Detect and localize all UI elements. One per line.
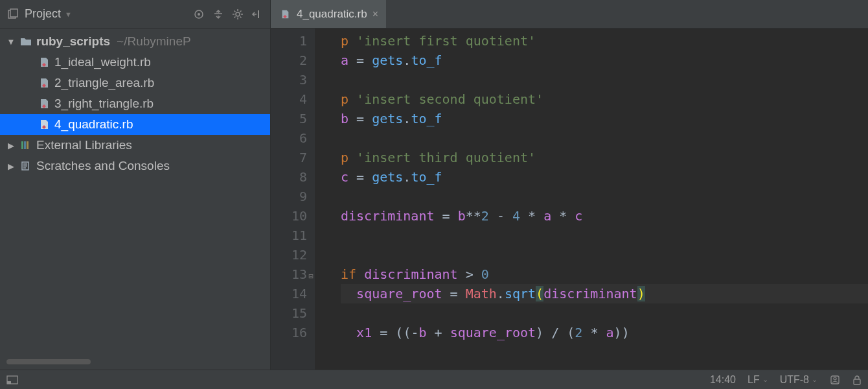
inspection-icon[interactable]: [829, 375, 841, 385]
ruby-file-icon: [38, 56, 51, 69]
ruby-file-icon: [38, 118, 51, 131]
tree-file-label: 2_triangle_area.rb: [54, 76, 154, 90]
tree-scratches-label: Scratches and Consoles: [36, 159, 170, 173]
svg-rect-8: [27, 141, 29, 149]
tree-root-folder[interactable]: ▼ ruby_scripts ~/RubymineP: [0, 31, 270, 52]
caret-down-icon: ▼: [6, 37, 16, 47]
dropdown-icon: ▼: [65, 10, 72, 18]
code-line[interactable]: discriminant = b**2 - 4 * a * c: [341, 206, 868, 226]
code-line[interactable]: c = gets.to_f: [341, 167, 868, 187]
tree-external-libraries-label: External Libraries: [36, 138, 132, 152]
editor-tab-label: 4_quadratic.rb: [297, 8, 367, 21]
editor-area: 4_quadratic.rb × 1234 5678 9101112 13141…: [271, 0, 868, 370]
cursor-position[interactable]: 14:40: [710, 374, 736, 386]
collapse-all-icon[interactable]: [211, 6, 226, 22]
target-icon[interactable]: [191, 6, 207, 22]
svg-point-12: [834, 377, 836, 380]
fold-indicator-icon[interactable]: ⊟: [306, 266, 315, 286]
tree-file-0[interactable]: 1_ideal_weight.rb: [0, 52, 270, 73]
code-line[interactable]: a = gets.to_f: [341, 51, 868, 70]
tree-file-label: 3_right_triangle.rb: [54, 97, 154, 111]
tree-root-name: ruby_scripts: [36, 34, 110, 49]
project-panel: Project ▼ ▼ ruby_script: [0, 0, 271, 370]
code-line[interactable]: p 'insert first quotient': [341, 31, 868, 51]
cursor-position-text: 14:40: [710, 374, 736, 386]
horizontal-scrollbar[interactable]: [6, 359, 91, 364]
tree-file-label: 4_quadratic.rb: [54, 117, 133, 132]
tree-file-2[interactable]: 3_right_triangle.rb: [0, 93, 270, 114]
code-line[interactable]: [341, 245, 868, 265]
tool-windows-icon[interactable]: [6, 375, 18, 384]
tree-external-libraries[interactable]: ▶ External Libraries: [0, 135, 270, 156]
svg-rect-6: [21, 141, 23, 149]
svg-point-3: [198, 13, 200, 16]
ruby-file-icon: [38, 77, 51, 89]
close-tab-icon[interactable]: ×: [372, 8, 378, 20]
code-line[interactable]: x1 = ((-b + square_root) / (2 * a)): [341, 323, 868, 342]
svg-point-4: [236, 12, 240, 16]
line-gutter[interactable]: 1234 5678 9101112 13141516 ⊟: [271, 29, 315, 370]
svg-rect-7: [24, 141, 26, 149]
code-line[interactable]: b = gets.to_f: [341, 109, 868, 128]
chevron-down-icon: ⌄: [812, 375, 817, 384]
ruby-file-icon: [38, 97, 51, 110]
project-panel-title[interactable]: Project ▼: [25, 7, 72, 21]
code-line[interactable]: p 'insert third quotient': [341, 148, 868, 167]
project-view-icon[interactable]: [5, 6, 21, 22]
code-line[interactable]: [341, 226, 868, 245]
svg-rect-1: [10, 9, 17, 17]
caret-right-icon: ▶: [6, 161, 16, 171]
code-line[interactable]: [341, 303, 868, 323]
folder-icon: [19, 35, 32, 48]
code-line[interactable]: [341, 187, 868, 206]
tree-root-path: ~/RubymineP: [117, 34, 191, 49]
code-line[interactable]: if discriminant > 0: [341, 265, 868, 284]
code-body[interactable]: p 'insert first quotient'a = gets.to_fp …: [315, 29, 868, 370]
tree-file-1[interactable]: 2_triangle_area.rb: [0, 73, 270, 93]
project-panel-title-text: Project: [25, 7, 61, 21]
line-separator[interactable]: LF⌄: [748, 374, 768, 386]
line-separator-text: LF: [748, 374, 760, 386]
code-line[interactable]: square_root = Math.sqrt(discriminant): [341, 284, 868, 303]
tree-file-3[interactable]: 4_quadratic.rb: [0, 114, 270, 135]
hide-panel-icon[interactable]: [249, 6, 265, 22]
tree-scratches[interactable]: ▶ Scratches and Consoles: [0, 156, 270, 176]
file-encoding-text: UTF-8: [780, 374, 809, 386]
editor-tabs: 4_quadratic.rb ×: [271, 0, 868, 29]
code-line[interactable]: p 'insert second quotient': [341, 89, 868, 109]
project-panel-header: Project ▼: [0, 0, 270, 29]
libraries-icon: [19, 139, 32, 152]
chevron-down-icon: ⌄: [762, 375, 768, 384]
caret-right-icon: ▶: [6, 141, 16, 150]
svg-rect-11: [7, 381, 11, 384]
code-line[interactable]: [341, 70, 868, 89]
gear-icon[interactable]: [230, 6, 246, 22]
file-encoding[interactable]: UTF-8⌄: [780, 374, 817, 386]
ruby-file-icon: [279, 8, 291, 21]
svg-rect-13: [854, 379, 860, 384]
svg-rect-5: [258, 10, 259, 18]
status-bar: 14:40 LF⌄ UTF-8⌄: [0, 370, 868, 389]
code-editor[interactable]: 1234 5678 9101112 13141516 ⊟ p 'insert f…: [271, 29, 868, 370]
editor-tab-active[interactable]: 4_quadratic.rb ×: [271, 0, 387, 28]
project-tree[interactable]: ▼ ruby_scripts ~/RubymineP 1_ideal_weigh…: [0, 29, 270, 355]
lock-icon[interactable]: [852, 375, 862, 385]
tree-file-label: 1_ideal_weight.rb: [54, 55, 151, 69]
scratches-icon: [19, 159, 32, 172]
code-line[interactable]: [341, 128, 868, 148]
